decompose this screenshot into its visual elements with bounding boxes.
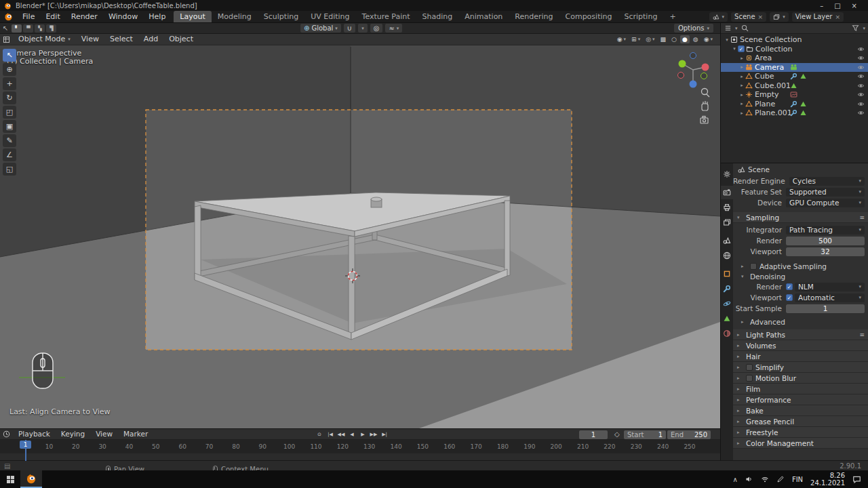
frame-start-field[interactable]: Start1 <box>624 430 666 439</box>
timeline-ruler[interactable]: 1102030405060708090100110120130140150160… <box>0 440 720 453</box>
tool-select-box[interactable]: ↖ <box>3 49 16 62</box>
shading-rendered-icon[interactable]: ◉▾ <box>702 35 715 43</box>
add-workspace-button[interactable]: + <box>663 11 682 22</box>
tab-physics[interactable] <box>721 297 733 310</box>
editor-corner-icon[interactable]: ▤ <box>0 462 14 470</box>
workspace-tab-modeling[interactable]: Modeling <box>212 11 258 22</box>
expand-arrow-icon[interactable]: ▾ <box>737 215 743 220</box>
tool-rotate[interactable]: ↻ <box>3 92 16 104</box>
object-name[interactable]: Plane <box>755 100 775 108</box>
tab-object[interactable] <box>721 267 733 281</box>
section-volumes[interactable]: ▸Volumes <box>733 340 868 351</box>
scene-selector-icon[interactable]: ▾ <box>709 12 728 22</box>
tool-add-cube[interactable]: ◱ <box>3 163 16 176</box>
eye-icon[interactable] <box>857 109 865 117</box>
eye-icon[interactable] <box>857 91 865 98</box>
mesh-data-icon[interactable] <box>800 100 807 108</box>
section-advanced[interactable]: ▸Advanced <box>733 317 868 327</box>
object-name[interactable]: Area <box>755 54 772 62</box>
workspace-tab-scripting[interactable]: Scripting <box>618 11 663 22</box>
play-button[interactable]: ▶ <box>358 430 368 439</box>
select-mode-invert[interactable]: ▜ <box>46 24 56 33</box>
section-light-paths[interactable]: ▸Light Paths≡ <box>733 329 868 340</box>
eye-icon[interactable] <box>857 54 865 62</box>
section-performance[interactable]: ▸Performance <box>733 394 868 405</box>
tab-modifiers[interactable] <box>721 282 733 296</box>
menu-window[interactable]: Window <box>103 11 143 22</box>
viewport-menu-object[interactable]: Object <box>163 34 199 45</box>
menu-edit[interactable]: Edit <box>40 11 65 22</box>
section-hair[interactable]: ▸Hair <box>733 351 868 362</box>
scene-selector[interactable]: Scene× <box>731 12 766 22</box>
modifier-icon[interactable] <box>790 73 797 80</box>
expand-arrow-icon[interactable]: ▾ <box>724 37 730 43</box>
expand-arrow-icon[interactable]: ▸ <box>737 354 743 359</box>
expand-arrow-icon[interactable]: ▸ <box>738 83 745 88</box>
section-grease-pencil[interactable]: ▸Grease Pencil <box>733 416 868 427</box>
overlays-icon[interactable]: ◎▾ <box>644 35 656 43</box>
mode-dropdown[interactable]: Object Mode▾ <box>13 34 76 45</box>
filter-icon[interactable] <box>852 24 859 32</box>
tray-expand-icon[interactable]: ∧ <box>733 476 738 483</box>
auto-key-button[interactable]: ⊙ <box>315 430 324 439</box>
preset-menu-icon[interactable]: ≡ <box>859 214 865 221</box>
filter-caret[interactable]: ▾ <box>863 26 865 31</box>
workspace-tab-uv-editing[interactable]: UV Editing <box>304 11 355 22</box>
orientation-dropdown[interactable]: ⊕Global▾ <box>300 24 341 33</box>
outliner-row-plane-001[interactable]: ▸Plane.001 <box>721 108 868 118</box>
tab-output[interactable] <box>721 201 733 214</box>
outliner-row-empty[interactable]: ▸Empty <box>721 90 868 100</box>
timeline-menu-marker[interactable]: Marker <box>118 429 153 439</box>
taskbar-blender-app[interactable] <box>20 470 42 488</box>
outliner-row-plane[interactable]: ▸Plane <box>721 100 868 109</box>
menu-file[interactable]: File <box>17 11 40 22</box>
tool-move[interactable]: + <box>3 77 16 90</box>
workspace-tab-compositing[interactable]: Compositing <box>559 11 618 22</box>
dropdown-field-render-engine[interactable]: Cycles▾ <box>789 177 865 186</box>
jump-end-button[interactable]: ▶| <box>380 430 389 439</box>
scene-canvas[interactable] <box>0 45 720 428</box>
mesh-data-icon[interactable] <box>790 82 797 89</box>
tool-measure[interactable]: ∠ <box>3 148 16 161</box>
viewport-menu-view[interactable]: View <box>76 34 104 45</box>
dropdown-field-integrator[interactable]: Path Tracing▾ <box>786 226 865 235</box>
object-name[interactable]: Empty <box>755 90 778 99</box>
expand-arrow-icon[interactable]: ▸ <box>737 430 743 435</box>
viewport-menu-select[interactable]: Select <box>104 34 138 45</box>
expand-arrow-icon[interactable]: ▸ <box>737 375 743 381</box>
section-bake[interactable]: ▸Bake <box>733 405 868 416</box>
volume-icon[interactable] <box>745 475 753 483</box>
expand-arrow-icon[interactable]: ▸ <box>737 419 743 424</box>
play-reverse-button[interactable]: ◀ <box>347 430 357 439</box>
menu-render[interactable]: Render <box>66 11 103 22</box>
object-name[interactable]: Collection <box>755 45 792 54</box>
timeline-menu-view[interactable]: View <box>90 429 118 439</box>
property-checkbox[interactable]: ✓ <box>786 283 793 290</box>
modifier-icon[interactable] <box>790 100 797 108</box>
timeline-menu-keying[interactable]: Keying <box>56 429 90 439</box>
eye-icon[interactable] <box>857 64 865 71</box>
shading-material-icon[interactable]: ◍ <box>691 35 701 43</box>
view-layer-selector[interactable]: View Layer× <box>792 12 844 22</box>
tool-transform[interactable]: ▣ <box>3 120 16 133</box>
cylinder-object[interactable] <box>371 197 382 207</box>
tool-cursor[interactable]: ⊕ <box>3 63 16 76</box>
editor-type-icon[interactable] <box>0 36 13 43</box>
number-field-render[interactable]: 500 <box>786 237 865 245</box>
outliner-row-scene collection[interactable]: ▾Scene Collection <box>721 35 868 45</box>
workspace-tab-shading[interactable]: Shading <box>416 11 459 22</box>
keyboard-language[interactable]: FIN <box>792 476 803 483</box>
proportional-edit-toggle[interactable]: ◎ <box>370 24 383 33</box>
outliner-row-cube-001[interactable]: ▸Cube.001 <box>721 81 868 91</box>
outliner-display-mode-caret[interactable]: ▾ <box>735 26 738 31</box>
next-keyframe-button[interactable]: ▶▶ <box>369 430 378 439</box>
expand-arrow-icon[interactable]: ▸ <box>738 56 745 61</box>
section-checkbox[interactable] <box>746 364 753 371</box>
object-name[interactable]: Cube.001 <box>755 81 791 90</box>
expand-arrow-icon[interactable]: ▸ <box>737 397 743 403</box>
tab-object-data[interactable] <box>721 312 733 325</box>
search-icon[interactable] <box>741 24 749 32</box>
timeline-menu-playback[interactable]: Playback <box>13 429 56 439</box>
tab-view-layer[interactable] <box>721 216 733 229</box>
taskbar-clock[interactable]: 8.2624.1.2021 <box>810 472 845 487</box>
